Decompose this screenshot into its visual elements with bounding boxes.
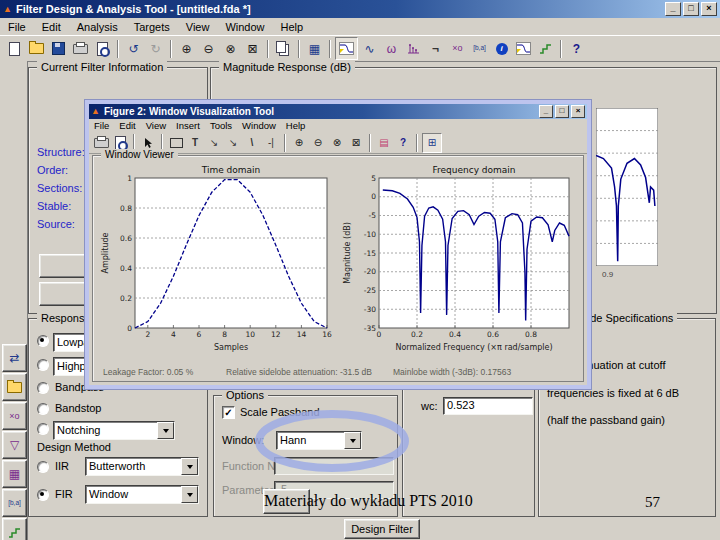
step-response-button[interactable]: ¬ [425, 38, 446, 59]
svg-text:Samples: Samples [214, 343, 248, 352]
window-dropdown[interactable]: Hann [276, 431, 362, 450]
realize-model-button[interactable] [535, 38, 556, 59]
main-menu-help[interactable]: Help [273, 19, 312, 35]
zoom-in-icon: ⊕ [181, 43, 191, 55]
magnitude-response-button[interactable] [335, 37, 358, 60]
design-mask-button[interactable] [513, 38, 534, 59]
zoom-in-icon: ⊕ [295, 138, 303, 148]
main-menu-view[interactable]: View [178, 19, 218, 35]
undo-button[interactable]: ↺ [123, 38, 144, 59]
fdatool-window: ▲ Filter Design & Analysis Tool - [untit… [0, 0, 720, 540]
print-icon [73, 44, 88, 54]
fir-radio[interactable] [37, 489, 49, 501]
dropdown-arrow-icon[interactable] [181, 458, 198, 475]
dialog-maximize-button[interactable]: □ [555, 105, 569, 118]
dialog-titlebar[interactable]: ▲ Figure 2: Window Visualization Tool _ … [89, 104, 587, 119]
main-menu-window[interactable]: Window [217, 19, 272, 35]
copy-button[interactable] [273, 38, 294, 59]
arrow2-button[interactable]: ↘ [224, 134, 242, 152]
filter-coefficients-button[interactable]: [b,a] [469, 38, 490, 59]
impulse-response-button[interactable] [403, 38, 424, 59]
minimize-button[interactable]: _ [665, 2, 681, 16]
zoom-fit-button[interactable]: ⊠ [347, 134, 365, 152]
response-type-radio-lowpass[interactable] [37, 335, 49, 347]
main-menu-edit[interactable]: Edit [34, 19, 69, 35]
zoom-in-button[interactable]: ⊕ [176, 38, 197, 59]
scale-passband-label: Scale Passband [240, 406, 320, 418]
dialog-minimize-button[interactable]: _ [539, 105, 553, 118]
response-type-radio-bandpass[interactable] [37, 382, 49, 394]
group-delay-button[interactable]: ω [381, 38, 402, 59]
print-preview-button[interactable] [92, 38, 113, 59]
response-type-radio-bandstop[interactable] [37, 403, 49, 415]
quantize-filter-button[interactable]: ▦ [2, 460, 27, 488]
new-button[interactable] [4, 38, 25, 59]
wc-field[interactable]: 0.523 [443, 397, 533, 415]
export-coefficients-button[interactable]: [b,a] [2, 489, 27, 517]
filter-info-button[interactable]: i [491, 38, 512, 59]
zoom-out-button[interactable]: ⊖ [309, 134, 327, 152]
convert-structure-icon: ⇄ [9, 352, 19, 364]
text-button[interactable]: T [186, 134, 204, 152]
line-button[interactable]: \ [243, 134, 261, 152]
add-plot-button[interactable]: ⊞ [422, 133, 442, 153]
context-help-button[interactable]: ? [394, 134, 412, 152]
zoom-cursor-button[interactable]: ⊗ [220, 38, 241, 59]
dialog-menubar: FileEditViewInsertToolsWindowHelp [89, 119, 587, 132]
save-button[interactable] [48, 38, 69, 59]
dropdown-arrow-icon[interactable] [181, 486, 198, 503]
iir-radio[interactable] [37, 461, 49, 473]
response-type-radio-highpass[interactable] [37, 359, 49, 371]
dialog-menu-tools[interactable]: Tools [205, 119, 237, 132]
magnitude-specs-line3: (half the passband gain) [547, 414, 665, 426]
phase-response-button[interactable]: ∿ [359, 38, 380, 59]
pole-zero-plot-button[interactable]: ×o [447, 38, 468, 59]
toolbar-separator [329, 40, 331, 58]
legend-button[interactable]: ▤ [375, 134, 393, 152]
response-type-radio-notching[interactable] [37, 423, 49, 435]
context-help-icon: ? [400, 138, 406, 148]
function-name-field[interactable] [274, 457, 394, 475]
maximize-button[interactable]: □ [683, 2, 699, 16]
redo-button[interactable]: ↻ [145, 38, 166, 59]
pole-zero-editor-button[interactable]: ×o [2, 402, 27, 430]
design-filter-button[interactable]: Design Filter [344, 519, 420, 539]
main-menu-analysis[interactable]: Analysis [69, 19, 126, 35]
svg-text:0: 0 [377, 330, 382, 339]
toolbar-separator [369, 134, 371, 152]
zoom-in-button[interactable]: ⊕ [290, 134, 308, 152]
convert-structure-button[interactable]: ⇄ [2, 344, 27, 372]
svg-text:-25: -25 [364, 286, 376, 295]
dialog-menu-help[interactable]: Help [281, 119, 311, 132]
main-titlebar[interactable]: ▲ Filter Design & Analysis Tool - [untit… [0, 0, 720, 18]
marker-button[interactable]: -| [262, 134, 280, 152]
notching-dropdown[interactable]: Notching [53, 421, 175, 440]
dialog-menu-edit[interactable]: Edit [114, 119, 140, 132]
filter-manager-button[interactable]: ▦ [304, 38, 325, 59]
iir-method-dropdown[interactable]: Butterworth [85, 457, 199, 476]
dialog-menu-insert[interactable]: Insert [171, 119, 205, 132]
context-help-button[interactable]: ? [566, 38, 587, 59]
close-button[interactable]: × [701, 2, 717, 16]
zoom-out-button[interactable]: ⊖ [198, 38, 219, 59]
dialog-menu-view[interactable]: View [141, 119, 171, 132]
arrow-button[interactable]: ↘ [205, 134, 223, 152]
main-menu-targets[interactable]: Targets [126, 19, 178, 35]
open-button[interactable] [26, 38, 47, 59]
dialog-menu-window[interactable]: Window [237, 119, 281, 132]
window-viewer-panel: Window Viewer 00.20.40.60.81246810121416… [92, 155, 584, 382]
dialog-menu-file[interactable]: File [89, 119, 114, 132]
main-menu-file[interactable]: File [0, 19, 34, 35]
dropdown-arrow-icon[interactable] [157, 422, 174, 439]
fir-method-dropdown[interactable]: Window [85, 485, 199, 504]
transform-filter-button[interactable]: ▽ [2, 431, 27, 459]
scale-passband-checkbox[interactable]: ✓ [222, 406, 235, 419]
svg-text:0.2: 0.2 [411, 330, 423, 339]
dialog-close-button[interactable]: × [571, 105, 585, 118]
zoom-cursor-button[interactable]: ⊗ [328, 134, 346, 152]
realize-model-button[interactable] [2, 518, 27, 540]
dropdown-arrow-icon[interactable] [344, 432, 361, 449]
zoom-fit-button[interactable]: ⊠ [242, 38, 263, 59]
import-filter-button[interactable] [2, 373, 27, 401]
print-button[interactable] [70, 38, 91, 59]
